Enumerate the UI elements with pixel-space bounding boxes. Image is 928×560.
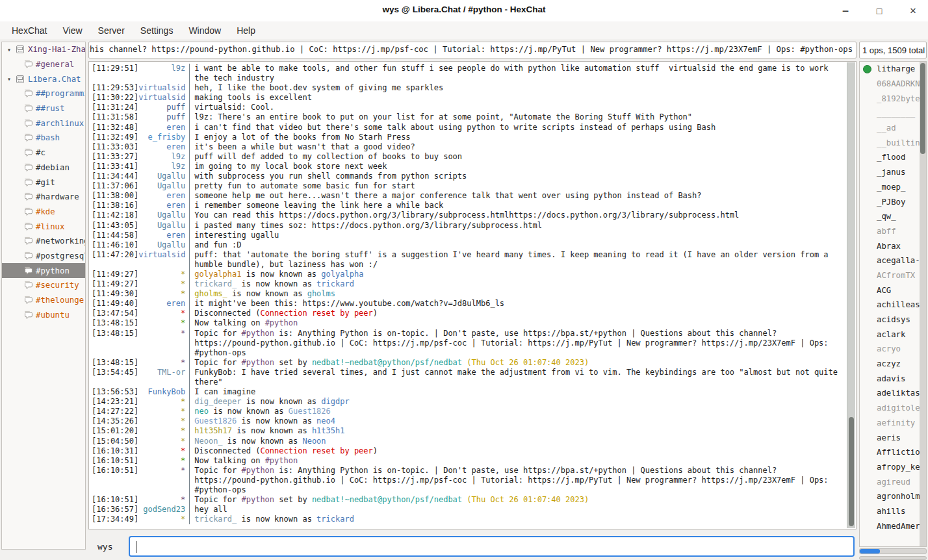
op-status-icon bbox=[863, 65, 871, 73]
sidebar-item-rust[interactable]: ##rust bbox=[2, 101, 85, 116]
message-text: making tools is excellent bbox=[189, 93, 844, 103]
userlist-item[interactable]: adigitole bbox=[860, 401, 926, 416]
menu-hexchat[interactable]: HexChat bbox=[4, 23, 55, 38]
userlist-item[interactable]: __ad bbox=[860, 121, 926, 136]
channel-bubble-icon bbox=[22, 104, 34, 113]
tree-network-xing-hai-zhan[interactable]: ▾Xing-Hai-Zhan bbox=[2, 42, 85, 57]
userlist-item[interactable]: _janus bbox=[860, 165, 926, 180]
tree-channel-label: #linux bbox=[34, 222, 64, 231]
userlist-item[interactable]: litharge bbox=[860, 62, 926, 77]
sidebar-item-c[interactable]: #c bbox=[2, 146, 85, 160]
userlist-item[interactable]: Affliction bbox=[860, 445, 926, 460]
sidebar-item-thelounge[interactable]: #thelounge bbox=[2, 293, 85, 308]
close-icon[interactable]: × bbox=[905, 3, 922, 19]
userlist-item[interactable]: _moep_ bbox=[860, 180, 926, 195]
message-segment: someone help me out here...wasn't there … bbox=[194, 191, 701, 200]
menu-window[interactable]: Window bbox=[181, 23, 229, 38]
user-nick: afropy_ke bbox=[877, 463, 920, 472]
sidebar-item-bash[interactable]: #bash bbox=[2, 131, 85, 146]
userlist-item[interactable]: acryo bbox=[860, 342, 926, 357]
sidebar-item-python[interactable]: #python bbox=[2, 263, 85, 278]
userlist-item[interactable]: aclark bbox=[860, 327, 926, 342]
sidebar-item-hardware[interactable]: #hardware bbox=[2, 190, 85, 205]
userlist-item[interactable]: aczyz bbox=[860, 357, 926, 372]
userlist-scrollbar-handle[interactable] bbox=[920, 63, 925, 154]
sidebar-item-general[interactable]: #general bbox=[2, 57, 85, 72]
userlist-item[interactable]: _8192byte bbox=[860, 91, 926, 106]
userlist-item[interactable]: achilleas bbox=[860, 298, 926, 312]
userlist-item[interactable]: ________ bbox=[860, 106, 926, 121]
message-text: You can read this https://docs.python.or… bbox=[189, 210, 844, 220]
titlebar[interactable]: wys @ Libera.Chat / #python - HexChat − … bbox=[0, 0, 928, 21]
message-nick: * bbox=[138, 416, 189, 426]
userlist-item[interactable]: adavis bbox=[860, 371, 926, 386]
message-segment: #python bbox=[242, 495, 275, 504]
userlist-item[interactable]: abff bbox=[860, 224, 926, 239]
chat-message-row: [11:32:48]ereni can't find that video bu… bbox=[92, 123, 844, 133]
userlist-item[interactable]: agireud bbox=[860, 474, 926, 489]
tree-network-libera.chat[interactable]: ▾Libera.Chat bbox=[2, 71, 85, 86]
tree-expander-icon[interactable]: ▾ bbox=[4, 75, 14, 83]
chat-message-row: [11:30:22]virtualsidmaking tools is exce… bbox=[92, 93, 844, 103]
message-nick: * bbox=[138, 437, 189, 446]
user-nick: _flood bbox=[877, 153, 905, 162]
menu-server[interactable]: Server bbox=[90, 23, 133, 38]
userlist-item[interactable]: __builtin bbox=[860, 135, 926, 150]
user-nick: acryo bbox=[877, 344, 901, 353]
userlist-item[interactable]: Abrax bbox=[860, 238, 926, 253]
userlist-item[interactable]: AhmedAmer bbox=[860, 518, 926, 533]
chat-message-row: [11:49:40]erenit might've been this: htt… bbox=[92, 299, 844, 309]
chat-message-row: [15:01:20]*h1t35h17 is now known as h1t3… bbox=[92, 426, 844, 436]
message-timestamp: [11:49:27] bbox=[92, 270, 138, 279]
userlist-item[interactable]: acegalla- bbox=[860, 253, 926, 268]
userlist-item[interactable]: ACfromTX bbox=[860, 268, 926, 283]
message-input[interactable] bbox=[129, 536, 855, 557]
sidebar-item-security[interactable]: #security bbox=[2, 278, 85, 293]
message-text: puff will def added to my collection of … bbox=[189, 152, 844, 162]
sidebar-item-archlinux[interactable]: #archlinux bbox=[2, 116, 85, 131]
chat-scrollbar-handle[interactable] bbox=[849, 417, 854, 526]
userlist-item[interactable]: agronholm bbox=[860, 489, 926, 504]
server-tree[interactable]: ▾Xing-Hai-Zhan#general▾Libera.Chat##prog… bbox=[1, 42, 86, 550]
menu-settings[interactable]: Settings bbox=[133, 23, 181, 38]
sidebar-item-programming[interactable]: ##programming bbox=[2, 86, 85, 101]
chat-area[interactable]: [11:29:51]l9zi want be able to make tool… bbox=[88, 61, 857, 529]
menu-view[interactable]: View bbox=[55, 23, 90, 38]
menu-help[interactable]: Help bbox=[229, 23, 263, 38]
user-nick: ahills bbox=[877, 507, 905, 516]
topic-bar[interactable]: about this channel? https://pound-python… bbox=[88, 42, 857, 58]
userlist-item[interactable]: _flood bbox=[860, 150, 926, 165]
userlist-item[interactable]: _qw_ bbox=[860, 209, 926, 224]
userlist-item[interactable]: afropy_ke bbox=[860, 460, 926, 475]
userlist-item[interactable]: aefinity bbox=[860, 416, 926, 431]
sidebar-item-linux[interactable]: #linux bbox=[2, 219, 85, 234]
sidebar-item-kde[interactable]: #kde bbox=[2, 205, 85, 220]
message-segment: is now known as bbox=[227, 289, 307, 298]
userlist-item[interactable]: adeliktas bbox=[860, 386, 926, 401]
userlist-item[interactable]: ACG bbox=[860, 283, 926, 298]
message-nick: virtualsid bbox=[138, 250, 189, 270]
minimize-icon[interactable]: − bbox=[837, 3, 854, 19]
maximize-icon[interactable]: □ bbox=[871, 3, 888, 19]
sidebar-item-ubuntu[interactable]: #ubuntu bbox=[2, 307, 85, 322]
userlist-item[interactable]: acidsys bbox=[860, 312, 926, 327]
userlist-item[interactable]: _PJBoy bbox=[860, 194, 926, 209]
sidebar-item-debian[interactable]: #debian bbox=[2, 160, 85, 175]
message-timestamp: [11:37:06] bbox=[92, 181, 138, 191]
message-nick: eren bbox=[138, 123, 189, 133]
sidebar-item-postgresql[interactable]: #postgresql bbox=[2, 249, 85, 264]
sidebar-item-networking[interactable]: #networking bbox=[2, 234, 85, 249]
message-segment: Connection reset by peer bbox=[260, 446, 372, 455]
tree-network-label: Xing-Hai-Zhan bbox=[26, 45, 85, 54]
user-list[interactable]: litharge068AADRKN_8192byte__________ad__… bbox=[859, 61, 927, 547]
message-segment: I enjoy a lot of the books from No Starh… bbox=[194, 133, 410, 142]
userlist-item[interactable]: aeris bbox=[860, 430, 926, 445]
sidebar-item-git[interactable]: #git bbox=[2, 175, 85, 190]
message-segment: is now known as bbox=[242, 397, 322, 406]
tree-expander-icon[interactable]: ▾ bbox=[4, 46, 14, 53]
userlist-item[interactable]: 068AADRKN bbox=[860, 77, 926, 92]
message-nick: * bbox=[138, 446, 189, 456]
userlist-item[interactable]: ahills bbox=[860, 504, 926, 519]
userlist-scrollbar[interactable] bbox=[920, 62, 926, 546]
chat-scrollbar[interactable] bbox=[847, 62, 855, 528]
